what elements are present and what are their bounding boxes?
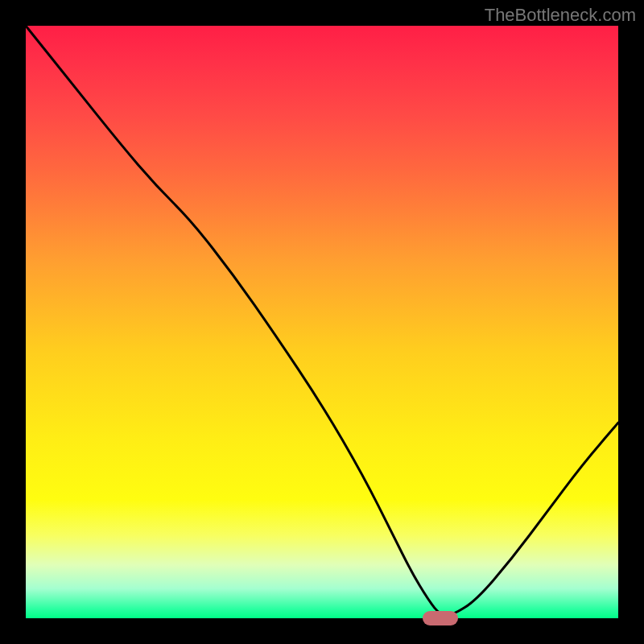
optimal-point-marker	[423, 611, 458, 625]
chart-plot-area	[26, 26, 618, 618]
watermark-text: TheBottleneck.com	[485, 5, 636, 26]
bottleneck-curve-path	[26, 26, 618, 615]
chart-line-svg	[26, 26, 618, 618]
